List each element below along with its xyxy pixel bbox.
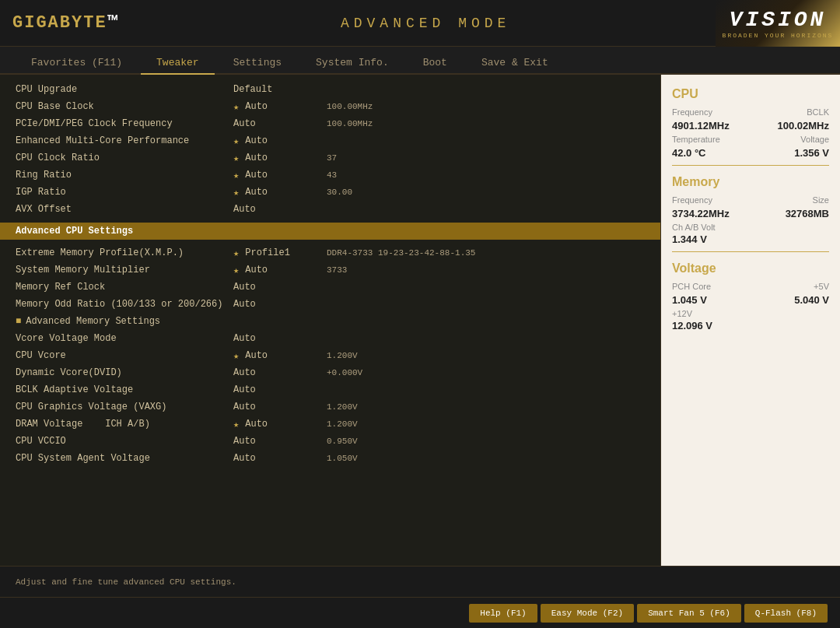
mem-size-value: 32768MB xyxy=(786,208,829,219)
setting-mem-multiplier[interactable]: System Memory Multiplier ★Auto 3733 xyxy=(0,261,660,279)
setting-label: BCLK Adaptive Voltage xyxy=(16,384,233,395)
volt-12v-label: +12V xyxy=(672,309,829,318)
smart-fan-button[interactable]: Smart Fan 5 (F6) xyxy=(637,604,741,623)
setting-label: Memory Ref Clock xyxy=(16,282,233,293)
settings-panel: CPU Upgrade Default CPU Base Clock ★Auto… xyxy=(0,75,661,566)
setting-adv-memory[interactable]: ■Advanced Memory Settings xyxy=(0,313,660,330)
cpu-temp-value-row: 42.0 °C 1.356 V xyxy=(672,147,829,159)
setting-cpu-vccio[interactable]: CPU VCCIO Auto 0.950V xyxy=(0,433,660,450)
mem-chavolt-value: 1.344 V xyxy=(672,233,829,245)
tab-sysinfo[interactable]: System Info. xyxy=(300,52,404,73)
cpu-temp-row: Temperature Voltage xyxy=(672,135,829,144)
mode-title: ADVANCED MODE xyxy=(119,16,733,31)
setting-value: Auto xyxy=(233,282,327,293)
header: GIGABYTE™ ADVANCED MODE 08/31/2020 Monda… xyxy=(0,0,840,47)
vision-logo: VISION BROADEN YOUR HORIZONS xyxy=(716,0,840,47)
help-button[interactable]: Help (F1) xyxy=(469,604,537,623)
setting-value: Auto xyxy=(233,118,327,129)
qflash-button[interactable]: Q-Flash (F8) xyxy=(744,604,828,623)
volt-pch-value-row: 1.045 V 5.040 V xyxy=(672,294,829,306)
volt-5v-label: +5V xyxy=(814,282,829,291)
setting-label: CPU Base Clock xyxy=(16,101,233,112)
setting-label: PCIe/DMI/PEG Clock Frequency xyxy=(16,118,233,129)
mem-size-label: Size xyxy=(813,195,829,205)
setting-value: Auto xyxy=(233,453,327,464)
setting-enhanced-multicore[interactable]: Enhanced Multi-Core Performance ★Auto xyxy=(0,132,660,149)
setting-label: CPU Clock Ratio xyxy=(16,153,233,163)
volt-12v-value: 12.096 V xyxy=(672,320,829,332)
tab-tweaker[interactable]: Tweaker xyxy=(141,52,215,75)
cpu-temp-label: Temperature xyxy=(672,135,720,144)
setting-cpu-sysagent[interactable]: CPU System Agent Voltage Auto 1.050V xyxy=(0,450,660,467)
setting-cpu-base-clock[interactable]: CPU Base Clock ★Auto 100.00MHz xyxy=(0,98,660,115)
bottom-hint-bar: Adjust and fine tune advanced CPU settin… xyxy=(0,566,840,597)
setting-vcore-mode[interactable]: Vcore Voltage Mode Auto xyxy=(0,330,660,347)
setting-extra: 1.050V xyxy=(327,454,358,463)
section-advanced-cpu[interactable]: Advanced CPU Settings xyxy=(0,223,660,240)
mem-freq-label-row: Frequency Size xyxy=(672,195,829,205)
setting-avx-offset[interactable]: AVX Offset Auto xyxy=(0,201,660,218)
setting-label: CPU Vcore xyxy=(16,350,233,361)
tab-settings[interactable]: Settings xyxy=(218,52,297,73)
cpu-bclk-value: 100.02MHz xyxy=(778,120,829,132)
vision-text: VISION xyxy=(730,8,827,32)
easy-mode-button[interactable]: Easy Mode (F2) xyxy=(541,604,634,623)
tab-save-exit[interactable]: Save & Exit xyxy=(466,52,564,73)
setting-extra: 30.00 xyxy=(327,188,352,197)
mem-freq-value-row: 3734.22MHz 32768MB xyxy=(672,208,829,219)
setting-bclk-adaptive[interactable]: BCLK Adaptive Voltage Auto xyxy=(0,381,660,398)
setting-extra: 1.200V xyxy=(327,351,358,360)
tab-favorites[interactable]: Favorites (F11) xyxy=(16,52,138,73)
cpu-volt-value: 1.356 V xyxy=(794,147,829,159)
setting-pcie-clock[interactable]: PCIe/DMI/PEG Clock Frequency Auto 100.00… xyxy=(0,115,660,132)
setting-value: ★Auto xyxy=(233,135,327,147)
setting-value: ★Profile1 xyxy=(233,247,327,259)
mem-freq-label: Frequency xyxy=(672,195,712,205)
tab-boot[interactable]: Boot xyxy=(408,52,463,73)
setting-value: ★Auto xyxy=(233,419,327,430)
setting-igp-ratio[interactable]: IGP Ratio ★Auto 30.00 xyxy=(0,184,660,201)
setting-cpu-vcore[interactable]: CPU Vcore ★Auto 1.200V xyxy=(0,347,660,364)
setting-cpu-clock-ratio[interactable]: CPU Clock Ratio ★Auto 37 xyxy=(0,149,660,167)
setting-value: ★Auto xyxy=(233,187,327,198)
setting-value: Auto xyxy=(233,204,327,215)
footer-buttons: Help (F1) Easy Mode (F2) Smart Fan 5 (F6… xyxy=(0,597,840,628)
nav-tabs: Favorites (F11) Tweaker Settings System … xyxy=(0,47,840,75)
setting-value: ★Auto xyxy=(233,265,327,276)
setting-extra: +0.000V xyxy=(327,368,362,377)
setting-value: Auto xyxy=(233,402,327,412)
setting-mem-ref-clock[interactable]: Memory Ref Clock Auto xyxy=(0,279,660,296)
memory-section-title: Memory xyxy=(672,175,829,189)
setting-label: AVX Offset xyxy=(16,204,233,215)
info-panel: CPU Frequency BCLK 4901.12MHz 100.02MHz … xyxy=(661,75,840,566)
setting-extra: 100.00MHz xyxy=(327,119,373,128)
setting-dram-voltage[interactable]: DRAM Voltage ICH A/B) ★Auto 1.200V xyxy=(0,416,660,433)
setting-label: Enhanced Multi-Core Performance xyxy=(16,135,233,146)
setting-label: Vcore Voltage Mode xyxy=(16,333,233,344)
setting-extra: 43 xyxy=(327,170,337,180)
cpu-freq-value-row: 4901.12MHz 100.02MHz xyxy=(672,120,829,132)
setting-cpu-graphics-volt[interactable]: CPU Graphics Voltage (VAXG) Auto 1.200V xyxy=(0,398,660,416)
setting-value: Auto xyxy=(233,333,327,344)
gigabyte-logo: GIGABYTE™ xyxy=(12,13,119,33)
setting-label: Ring Ratio xyxy=(16,170,233,181)
setting-value: Default xyxy=(233,84,327,95)
setting-label: System Memory Multiplier xyxy=(16,265,233,275)
setting-dynamic-vcore[interactable]: Dynamic Vcore(DVID) Auto +0.000V xyxy=(0,364,660,381)
setting-value: ★Auto xyxy=(233,153,327,164)
setting-label: Memory Odd Ratio (100/133 or 200/266) xyxy=(16,299,233,310)
vision-sub: BROADEN YOUR HORIZONS xyxy=(723,32,834,39)
setting-cpu-upgrade[interactable]: CPU Upgrade Default xyxy=(0,81,660,98)
cpu-freq-row: Frequency BCLK xyxy=(672,107,829,117)
volt-pch-label: PCH Core xyxy=(672,282,711,291)
setting-ring-ratio[interactable]: Ring Ratio ★Auto 43 xyxy=(0,167,660,184)
setting-label: CPU Upgrade xyxy=(16,84,233,95)
setting-label: Extreme Memory Profile(X.M.P.) xyxy=(16,247,233,258)
setting-extra: 1.200V xyxy=(327,402,358,412)
setting-extra: 3733 xyxy=(327,265,347,275)
setting-xmp[interactable]: Extreme Memory Profile(X.M.P.) ★Profile1… xyxy=(0,244,660,261)
setting-extra: 1.200V xyxy=(327,419,358,429)
setting-value: ★Auto xyxy=(233,170,327,181)
setting-mem-odd-ratio[interactable]: Memory Odd Ratio (100/133 or 200/266) Au… xyxy=(0,296,660,313)
setting-label: DRAM Voltage ICH A/B) xyxy=(16,419,233,430)
